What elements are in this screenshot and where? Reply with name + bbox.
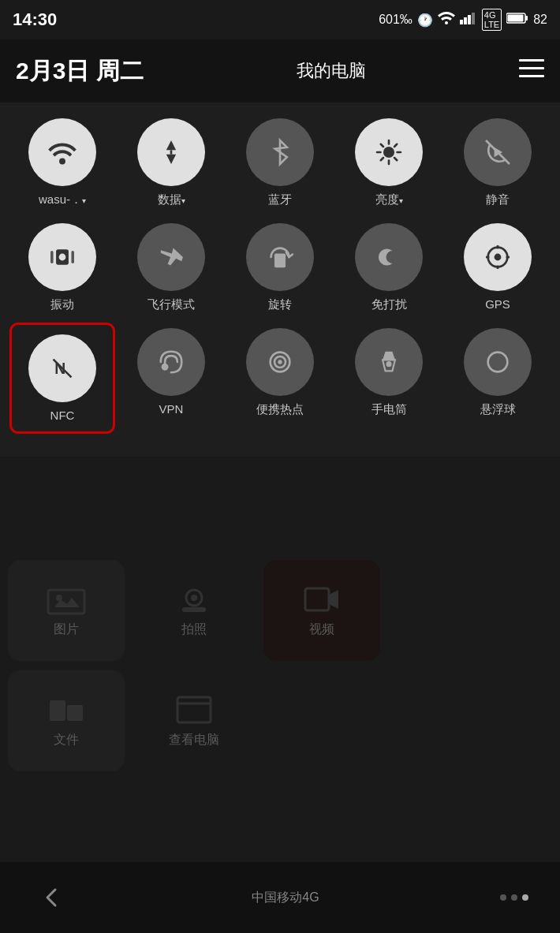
float-toggle-circle[interactable] bbox=[464, 328, 532, 396]
svg-point-31 bbox=[495, 254, 502, 261]
svg-text:A: A bbox=[385, 147, 392, 158]
clock-icon: 🕐 bbox=[417, 13, 433, 28]
toggle-hotspot[interactable]: 便携热点 bbox=[233, 328, 327, 428]
vpn-label: VPN bbox=[159, 402, 184, 416]
signal-bars-icon bbox=[460, 12, 477, 28]
svg-rect-4 bbox=[472, 13, 475, 24]
wifi-status-icon bbox=[438, 12, 455, 28]
menu-icon[interactable] bbox=[519, 58, 544, 84]
toggle-vpn[interactable]: VPN bbox=[124, 328, 218, 428]
vpn-toggle-circle[interactable] bbox=[137, 328, 205, 396]
network-type-icon: 4GLTE bbox=[482, 9, 502, 31]
battery-icon bbox=[506, 12, 528, 28]
vibrate-toggle-circle[interactable] bbox=[28, 223, 96, 291]
svg-point-47 bbox=[56, 595, 62, 601]
battery-level: 82 bbox=[533, 13, 547, 27]
toggle-airplane[interactable]: 飞行模式 bbox=[124, 223, 218, 312]
toggle-row-1: wasu-．▾ 数据▾ 蓝牙 bbox=[8, 118, 552, 207]
toggle-row-3: N NFC VPN bbox=[8, 328, 552, 428]
hotspot-label: 便携热点 bbox=[256, 402, 304, 417]
bottom-bg-apps: 图片 拍照 视频 文件 bbox=[0, 552, 560, 779]
svg-line-20 bbox=[394, 144, 397, 147]
silent-toggle-circle[interactable] bbox=[464, 118, 532, 186]
header-title: 我的电脑 bbox=[297, 59, 366, 83]
page-dots bbox=[500, 894, 528, 901]
toggle-silent[interactable]: 静音 bbox=[450, 118, 545, 207]
svg-rect-52 bbox=[50, 700, 65, 721]
svg-point-45 bbox=[488, 353, 508, 372]
gps-toggle-circle[interactable] bbox=[464, 223, 532, 291]
svg-rect-3 bbox=[468, 15, 471, 24]
wifi-toggle-circle[interactable] bbox=[28, 118, 96, 186]
dot-1 bbox=[500, 894, 506, 901]
svg-line-18 bbox=[381, 144, 383, 147]
dot-2 bbox=[511, 894, 517, 901]
airplane-toggle-circle[interactable] bbox=[137, 223, 205, 291]
float-label: 悬浮球 bbox=[480, 402, 516, 417]
svg-rect-50 bbox=[182, 607, 206, 612]
dnd-toggle-circle[interactable] bbox=[355, 223, 423, 291]
svg-rect-6 bbox=[508, 15, 524, 22]
status-time: 14:30 bbox=[13, 9, 57, 30]
svg-point-44 bbox=[386, 361, 391, 367]
wifi-label: wasu-．▾ bbox=[39, 192, 86, 207]
airplane-label: 飞行模式 bbox=[147, 297, 195, 312]
silent-label: 静音 bbox=[486, 192, 510, 207]
data-label: 数据▾ bbox=[158, 192, 185, 207]
svg-point-49 bbox=[191, 595, 197, 601]
svg-point-11 bbox=[59, 158, 65, 164]
header-bar: 2月3日 周二 我的电脑 bbox=[0, 39, 560, 103]
data-toggle-circle[interactable] bbox=[137, 118, 205, 186]
status-right: 601‰ 🕐 4GLTE bbox=[379, 9, 547, 31]
svg-rect-25 bbox=[50, 251, 54, 263]
svg-rect-51 bbox=[305, 588, 329, 610]
toggle-rotate[interactable]: 旋转 bbox=[233, 223, 327, 312]
status-signal: 601‰ bbox=[379, 13, 413, 27]
brightness-toggle-circle[interactable]: A bbox=[355, 118, 423, 186]
toggle-wifi[interactable]: wasu-．▾ bbox=[15, 118, 110, 207]
svg-rect-53 bbox=[67, 705, 83, 721]
toggle-brightness[interactable]: A 亮度▾ bbox=[342, 118, 436, 207]
flashlight-label: 手电筒 bbox=[371, 402, 407, 417]
svg-point-43 bbox=[278, 360, 282, 364]
gps-label: GPS bbox=[485, 297, 510, 311]
bluetooth-label: 蓝牙 bbox=[268, 192, 292, 207]
quick-settings-panel: wasu-．▾ 数据▾ 蓝牙 bbox=[0, 103, 560, 457]
svg-line-19 bbox=[394, 158, 397, 160]
status-bar: 14:30 601‰ 🕐 4GLTE bbox=[0, 0, 560, 39]
toggle-gps[interactable]: GPS bbox=[450, 223, 545, 312]
svg-rect-54 bbox=[177, 697, 211, 722]
svg-rect-1 bbox=[460, 20, 463, 24]
svg-rect-28 bbox=[274, 254, 286, 268]
toggle-vibrate[interactable]: 振动 bbox=[15, 223, 110, 312]
brightness-label: 亮度▾ bbox=[375, 192, 403, 207]
flashlight-toggle-circle[interactable] bbox=[355, 328, 423, 396]
svg-rect-9 bbox=[519, 67, 544, 69]
svg-rect-2 bbox=[464, 17, 467, 24]
nav-bar: 中国移动4G bbox=[0, 862, 560, 933]
svg-rect-8 bbox=[519, 59, 544, 62]
svg-rect-46 bbox=[48, 590, 84, 614]
header-date: 2月3日 周二 bbox=[16, 55, 144, 88]
carrier-label: 中国移动4G bbox=[252, 890, 319, 906]
vibrate-label: 振动 bbox=[50, 297, 74, 312]
dnd-label: 免打扰 bbox=[371, 297, 407, 312]
hotspot-toggle-circle[interactable] bbox=[246, 328, 314, 396]
toggle-bluetooth[interactable]: 蓝牙 bbox=[233, 118, 327, 207]
svg-line-21 bbox=[381, 158, 383, 160]
rotate-toggle-circle[interactable] bbox=[246, 223, 314, 291]
rotate-label: 旋转 bbox=[268, 297, 292, 312]
svg-point-0 bbox=[445, 21, 448, 24]
bluetooth-toggle-circle[interactable] bbox=[246, 118, 314, 186]
toggle-flashlight[interactable]: 手电筒 bbox=[342, 328, 436, 428]
toggle-dnd[interactable]: 免打扰 bbox=[342, 223, 436, 312]
toggle-data[interactable]: 数据▾ bbox=[124, 118, 218, 207]
svg-rect-26 bbox=[71, 251, 74, 263]
nfc-toggle-circle[interactable]: N bbox=[28, 334, 96, 402]
toggle-nfc[interactable]: N NFC bbox=[15, 328, 110, 428]
svg-rect-10 bbox=[519, 75, 544, 77]
back-button[interactable] bbox=[32, 878, 71, 917]
svg-point-27 bbox=[59, 254, 66, 261]
toggle-float[interactable]: 悬浮球 bbox=[450, 328, 545, 428]
toggle-row-2: 振动 飞行模式 旋转 bbox=[8, 223, 552, 312]
